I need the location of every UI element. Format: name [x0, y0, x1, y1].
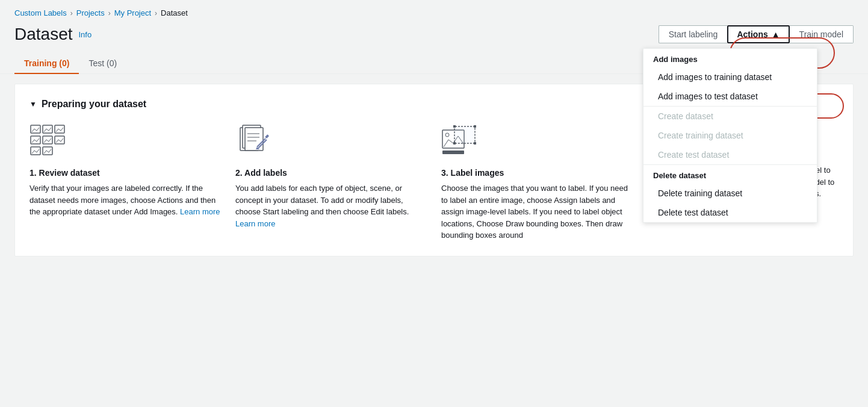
svg-rect-23	[474, 125, 476, 128]
page-container: Custom Labels › Projects › My Project › …	[0, 0, 868, 407]
start-labeling-button[interactable]: Start labeling	[659, 25, 728, 43]
actions-label: Actions	[737, 30, 767, 39]
actions-button[interactable]: Actions ▲	[727, 25, 789, 43]
header-actions: Start labeling Actions ▲ Train model Add…	[659, 25, 854, 43]
step-1: 1. Review dataset Verify that your image…	[29, 124, 221, 241]
train-model-button[interactable]: Train model	[790, 25, 854, 43]
step-3: 3. Label images Choose the images that y…	[441, 124, 633, 241]
step-2: 2. Add labels You add labels for each ty…	[235, 124, 427, 241]
dropdown-item-add-training[interactable]: Add images to training dataset	[643, 67, 817, 87]
actions-arrow-icon: ▲	[772, 30, 780, 39]
tab-training[interactable]: Training (0)	[14, 54, 79, 74]
step-1-icon	[29, 124, 221, 161]
header-area: Dataset Info Start labeling Actions ▲ Tr…	[0, 22, 868, 44]
step-1-learn-more[interactable]: Learn more	[180, 207, 220, 216]
section-title-text: Preparing your dataset	[42, 99, 146, 110]
svg-rect-22	[453, 125, 456, 128]
svg-rect-24	[453, 142, 456, 144]
step-3-title: 3. Label images	[441, 168, 633, 178]
dropdown-section-delete-dataset: Delete dataset	[643, 164, 817, 184]
breadcrumb-sep-2: ›	[108, 9, 111, 17]
breadcrumb-my-project[interactable]: My Project	[114, 8, 151, 17]
step-3-desc: Choose the images that you want to label…	[441, 182, 633, 241]
dropdown-item-delete-training[interactable]: Delete training dataset	[643, 184, 817, 203]
header-left: Dataset Info	[14, 25, 91, 44]
step-2-desc: You add labels for each type of object, …	[235, 182, 427, 229]
breadcrumb-sep-1: ›	[70, 9, 73, 17]
breadcrumb: Custom Labels › Projects › My Project › …	[0, 0, 868, 22]
step-3-icon	[441, 124, 633, 161]
dropdown-item-create-training: Create training dataset	[643, 126, 817, 145]
step-1-title: 1. Review dataset	[29, 168, 221, 178]
step-1-desc: Verify that your images are labeled corr…	[29, 182, 221, 218]
dropdown-section-add-images: Add images	[643, 49, 817, 67]
page-title: Dataset	[14, 25, 73, 44]
step-2-title: 2. Add labels	[235, 168, 427, 178]
actions-dropdown-menu: Add images Add images to training datase…	[643, 48, 817, 223]
section-arrow-icon: ▼	[29, 100, 37, 108]
step-2-icon	[235, 124, 427, 161]
breadcrumb-custom-labels[interactable]: Custom Labels	[14, 8, 67, 17]
breadcrumb-projects[interactable]: Projects	[76, 8, 105, 17]
breadcrumb-sep-3: ›	[155, 9, 157, 17]
svg-rect-10	[245, 128, 263, 151]
step-2-learn-more[interactable]: Learn more	[235, 219, 275, 228]
dropdown-item-delete-test[interactable]: Delete test dataset	[643, 203, 817, 222]
info-link[interactable]: Info	[79, 30, 92, 39]
dropdown-item-create-dataset: Create dataset	[643, 107, 817, 126]
breadcrumb-dataset: Dataset	[161, 8, 188, 17]
dropdown-item-create-test: Create test dataset	[643, 145, 817, 164]
svg-rect-26	[442, 151, 464, 154]
svg-rect-25	[474, 142, 476, 144]
dropdown-item-add-test[interactable]: Add images to test dataset	[643, 87, 817, 106]
tab-test[interactable]: Test (0)	[79, 54, 126, 74]
svg-rect-21	[454, 126, 475, 143]
